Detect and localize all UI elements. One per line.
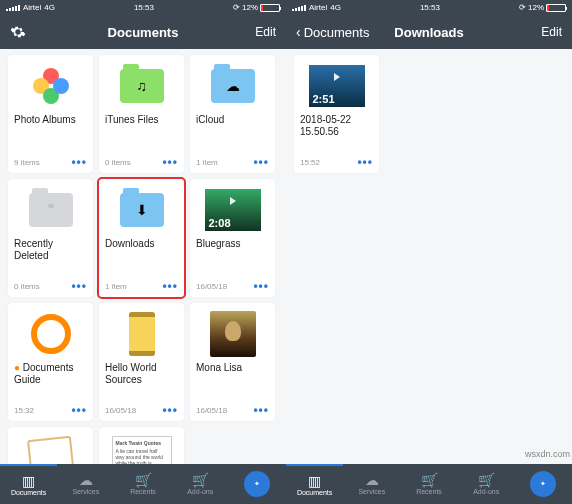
- status-bar: Airtel 4G 15:53 ⟳ 12%: [0, 0, 286, 15]
- folder-itunes-files[interactable]: ♫ iTunes Files 0 items•••: [99, 55, 184, 173]
- more-icon[interactable]: •••: [253, 155, 269, 169]
- file-mona-lisa[interactable]: Mona Lisa 16/05/18•••: [190, 303, 275, 421]
- watermark: wsxdn.com: [525, 449, 570, 459]
- folder-icon: ♫: [120, 69, 164, 103]
- signal-icon: [292, 5, 306, 11]
- cloud-icon: ☁: [79, 473, 93, 487]
- folder-icon: ▥: [22, 474, 35, 488]
- folder-icloud[interactable]: ☁ iCloud 1 item•••: [190, 55, 275, 173]
- compass-icon: ✦: [244, 471, 270, 497]
- image-thumb: [210, 311, 256, 357]
- folder-icon: ⬇: [120, 193, 164, 227]
- cart-icon: 🛒: [192, 473, 209, 487]
- file-picture[interactable]: Picture: [8, 427, 93, 464]
- tab-bar: ▥Documents ☁Services 🛒Recents 🛒Add-ons ✦: [286, 464, 572, 504]
- folder-icon: [29, 193, 73, 227]
- signal-icon: [6, 5, 20, 11]
- tab-addons[interactable]: 🛒Add-ons: [458, 464, 515, 504]
- tab-services[interactable]: ☁Services: [57, 464, 114, 504]
- file-quotes[interactable]: Mark Twain QuotesA lie can travel half w…: [99, 427, 184, 464]
- downloads-grid[interactable]: 2:51 2018-05-22 15.50.56 15:52•••: [286, 49, 572, 464]
- more-icon[interactable]: •••: [162, 155, 178, 169]
- folder-icon: ☁: [211, 69, 255, 103]
- more-icon[interactable]: •••: [162, 279, 178, 293]
- lock-icon: ⟳: [519, 3, 526, 12]
- gear-icon[interactable]: [10, 24, 26, 40]
- cart-icon: 🛒: [478, 473, 495, 487]
- more-icon[interactable]: •••: [162, 403, 178, 417]
- screen-documents: Airtel 4G 15:53 ⟳ 12% Documents Edit Pho…: [0, 0, 286, 504]
- carrier-label: Airtel: [23, 3, 41, 12]
- cloud-icon: ☁: [365, 473, 379, 487]
- nav-bar: ‹ Documents Downloads Edit: [286, 15, 572, 49]
- tab-browser[interactable]: ✦: [229, 464, 286, 504]
- folder-downloads[interactable]: ⬇ Downloads 1 item•••: [99, 179, 184, 297]
- file-hello-world[interactable]: Hello World Sources 16/05/18•••: [99, 303, 184, 421]
- archive-icon: [129, 312, 155, 356]
- photo-albums-icon: [29, 64, 73, 108]
- lock-icon: ⟳: [233, 3, 240, 12]
- cart-icon: 🛒: [421, 473, 438, 487]
- more-icon[interactable]: •••: [71, 155, 87, 169]
- status-time: 15:53: [55, 3, 233, 12]
- folder-recently-deleted[interactable]: Recently Deleted 0 items•••: [8, 179, 93, 297]
- file-video-download[interactable]: 2:51 2018-05-22 15.50.56 15:52•••: [294, 55, 379, 173]
- battery-icon: [546, 4, 566, 12]
- battery-icon: [260, 4, 280, 12]
- tab-recents[interactable]: 🛒Recents: [400, 464, 457, 504]
- note-thumb: Mark Twain QuotesA lie can travel half w…: [112, 436, 172, 464]
- tab-browser[interactable]: ✦: [515, 464, 572, 504]
- edit-button[interactable]: Edit: [502, 25, 562, 39]
- folder-icon: ▥: [308, 474, 321, 488]
- tab-services[interactable]: ☁Services: [343, 464, 400, 504]
- status-bar: Airtel 4G 15:53 ⟳ 12%: [286, 0, 572, 15]
- video-thumb: 2:08: [205, 189, 261, 231]
- screen-downloads: Airtel 4G 15:53 ⟳ 12% ‹ Documents Downlo…: [286, 0, 572, 504]
- documents-grid[interactable]: Photo Albums 9 items••• ♫ iTunes Files 0…: [0, 49, 286, 464]
- more-icon[interactable]: •••: [71, 403, 87, 417]
- video-thumb: 2:51: [309, 65, 365, 107]
- cart-icon: 🛒: [135, 473, 152, 487]
- compass-icon: ✦: [530, 471, 556, 497]
- page-title: Documents: [70, 25, 216, 40]
- battery-pct: 12%: [242, 3, 258, 12]
- more-icon[interactable]: •••: [357, 155, 373, 169]
- tab-documents[interactable]: ▥Documents: [286, 464, 343, 504]
- lifebuoy-icon: [31, 314, 71, 354]
- more-icon[interactable]: •••: [253, 403, 269, 417]
- file-documents-guide[interactable]: ● Documents Guide 15:32•••: [8, 303, 93, 421]
- tab-addons[interactable]: 🛒Add-ons: [172, 464, 229, 504]
- back-button[interactable]: ‹ Documents: [296, 24, 356, 40]
- more-icon[interactable]: •••: [253, 279, 269, 293]
- tab-recents[interactable]: 🛒Recents: [114, 464, 171, 504]
- page-title: Downloads: [356, 25, 502, 40]
- file-bluegrass[interactable]: 2:08 Bluegrass 16/05/18•••: [190, 179, 275, 297]
- nav-bar: Documents Edit: [0, 15, 286, 49]
- edit-button[interactable]: Edit: [216, 25, 276, 39]
- more-icon[interactable]: •••: [71, 279, 87, 293]
- folder-photo-albums[interactable]: Photo Albums 9 items•••: [8, 55, 93, 173]
- picture-icon: [27, 436, 75, 464]
- chevron-left-icon: ‹: [296, 24, 301, 40]
- tab-documents[interactable]: ▥Documents: [0, 464, 57, 504]
- tab-bar: ▥Documents ☁Services 🛒Recents 🛒Add-ons ✦: [0, 464, 286, 504]
- network-label: 4G: [44, 3, 55, 12]
